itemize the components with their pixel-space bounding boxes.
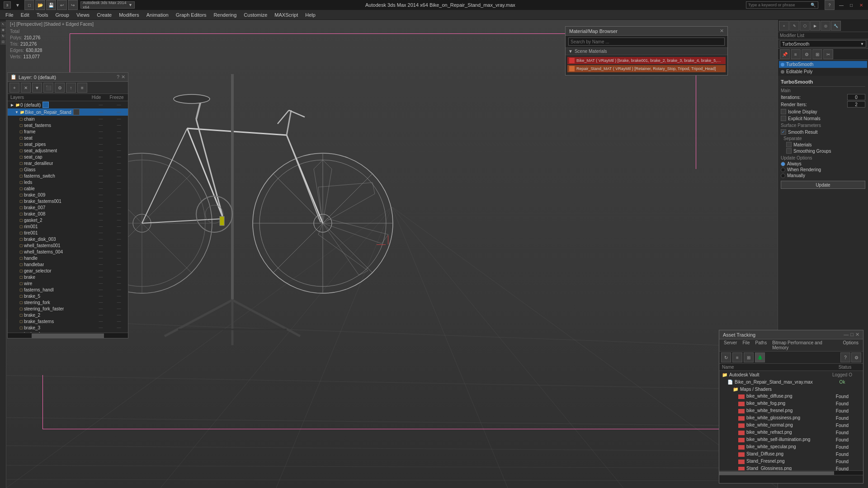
isoline-checkbox[interactable] bbox=[781, 109, 786, 114]
layer-item[interactable]: ▶ 📁 0 (default) — — bbox=[8, 101, 128, 108]
scale-tool[interactable]: ⊡ bbox=[0, 39, 6, 45]
layer-object-item[interactable]: ▢ leds — — bbox=[8, 179, 128, 185]
motion-tab[interactable]: ▶ bbox=[810, 21, 820, 31]
smoothing-groups-checkbox[interactable] bbox=[786, 148, 792, 154]
update-button[interactable]: Update bbox=[781, 181, 865, 189]
help-btn[interactable]: ? bbox=[825, 0, 835, 10]
modifier-item-editable-poly[interactable]: Editable Poly bbox=[779, 68, 867, 75]
layer-object-item[interactable]: ▢ steering_fork_faster — — bbox=[8, 305, 128, 312]
at-scrollbar-h[interactable] bbox=[719, 470, 863, 475]
layer-object-item[interactable]: ▢ Glass — — bbox=[8, 166, 128, 173]
at-tree-view-btn[interactable]: 🌲 bbox=[755, 352, 765, 362]
always-row[interactable]: Always bbox=[781, 161, 865, 166]
at-list-item[interactable]: Stand_Glossiness.png Found bbox=[719, 465, 863, 470]
layer-object-item[interactable]: ▢ brake_008 — — bbox=[8, 211, 128, 217]
layer-object-item[interactable]: ▢ chain — — bbox=[8, 116, 128, 122]
open-btn[interactable]: 📂 bbox=[35, 0, 45, 10]
layer-expand-btn[interactable]: ≡ bbox=[77, 83, 87, 93]
select-objects-btn[interactable]: ⬛ bbox=[43, 83, 53, 93]
iterations-input[interactable] bbox=[847, 94, 865, 100]
layer-object-item[interactable]: ▢ wire — — bbox=[8, 280, 128, 286]
layer-item-selected[interactable]: ▼ 📁 Bike_on_Repair_Stand — — bbox=[8, 108, 128, 116]
at-list-item[interactable]: Stand_Diffuse.png Found bbox=[719, 450, 863, 458]
mat-search-input[interactable] bbox=[568, 38, 725, 46]
at-menu-bitmap[interactable]: Bitmap Performance and Memory bbox=[769, 339, 840, 351]
layer-visibility-toggle[interactable] bbox=[42, 102, 49, 108]
layer-object-item[interactable]: ▢ tire001 — — bbox=[8, 230, 128, 236]
add-to-layer-btn[interactable]: ▼ bbox=[32, 83, 42, 93]
menu-file[interactable]: File bbox=[2, 11, 17, 19]
at-list-item[interactable]: bike_white_fresnel.png Found bbox=[719, 407, 863, 414]
at-refresh-btn[interactable]: ↻ bbox=[721, 352, 731, 362]
redo-btn[interactable]: ↪ bbox=[68, 0, 78, 10]
layer-object-item[interactable]: ▢ brake_009 — — bbox=[8, 192, 128, 198]
always-radio[interactable] bbox=[781, 162, 785, 166]
at-list-item[interactable]: bike_white_specular.png Found bbox=[719, 443, 863, 450]
at-menu-file[interactable]: File bbox=[740, 339, 752, 351]
layer-object-item[interactable]: ▢ steering_fork — — bbox=[8, 299, 128, 305]
at-list-item[interactable]: bike_white_glossiness.png Found bbox=[719, 414, 863, 422]
minimize-btn[interactable]: — bbox=[838, 2, 844, 8]
menu-animation[interactable]: Animation bbox=[143, 11, 172, 19]
at-detail-view-btn[interactable]: ⊞ bbox=[744, 352, 754, 362]
smoothing-groups-row[interactable]: Smoothing Groups bbox=[786, 148, 865, 154]
close-btn[interactable]: ✕ bbox=[858, 2, 864, 8]
mat-item-bike[interactable]: Bike_MAT ( VRayMtl ) [brake, brake001, b… bbox=[567, 57, 726, 64]
modifier-item-turbosmooth[interactable]: TurboSmooth bbox=[779, 61, 867, 68]
at-list-view-btn[interactable]: ≡ bbox=[732, 352, 742, 362]
at-close-btn[interactable]: ✕ bbox=[855, 332, 859, 338]
modifier-btn3[interactable]: ⚙ bbox=[802, 49, 811, 59]
layer-settings-btn[interactable]: ⚙ bbox=[55, 83, 65, 93]
rotate-tool[interactable]: ↻ bbox=[0, 33, 6, 39]
layer-object-item[interactable]: ▢ brake_007 — — bbox=[8, 204, 128, 211]
hierarchy-tab[interactable]: ⬡ bbox=[800, 21, 810, 31]
at-minimize-btn[interactable]: — bbox=[844, 332, 849, 338]
manually-radio[interactable] bbox=[781, 174, 785, 178]
menu-graph-editors[interactable]: Graph Editors bbox=[172, 11, 210, 19]
move-tool[interactable]: ✥ bbox=[0, 28, 6, 33]
mat-section[interactable]: ▼ Scene Materials bbox=[566, 48, 727, 55]
at-list-item[interactable]: bike_white_refract.png Found bbox=[719, 429, 863, 436]
pin-modifier-btn[interactable]: 📌 bbox=[780, 49, 790, 59]
layers-scrollbar[interactable] bbox=[8, 333, 128, 338]
explicit-normals-row[interactable]: Explicit Normals bbox=[781, 116, 865, 121]
at-list-item[interactable]: 📄 Bike_on_Repair_Stand_max_vray.max Ok bbox=[719, 378, 863, 385]
menu-customize[interactable]: Customize bbox=[240, 11, 271, 19]
layer-object-item[interactable]: ▢ fasterns_switch — — bbox=[8, 173, 128, 179]
layer-object-item[interactable]: ▢ seat_pipes — — bbox=[8, 141, 128, 147]
manually-row[interactable]: Manually bbox=[781, 173, 865, 178]
menu-group[interactable]: Group bbox=[52, 11, 73, 19]
modifier-btn5[interactable]: ✂ bbox=[823, 49, 833, 59]
at-menu-options[interactable]: Options bbox=[840, 339, 861, 351]
layer-object-item[interactable]: ▢ brake_fasterns — — bbox=[8, 318, 128, 324]
search-bar[interactable]: 🔍 bbox=[746, 1, 818, 9]
layer-object-item[interactable]: ▢ handle — — bbox=[8, 255, 128, 261]
layer-object-item[interactable]: ▢ brake_4 — — bbox=[8, 331, 128, 333]
layer-object-item[interactable]: ▢ brake_5 — — bbox=[8, 293, 128, 299]
mat-item-stand[interactable]: Repair_Stand_MAT ( VRayMtl ) [Retainer, … bbox=[567, 65, 726, 72]
move-to-layer-btn[interactable]: ↑ bbox=[66, 83, 76, 93]
menu-edit[interactable]: Edit bbox=[17, 11, 33, 19]
layer-object-item[interactable]: ▢ fasterns_handl — — bbox=[8, 286, 128, 293]
at-list-item[interactable]: bike_white_fog.png Found bbox=[719, 400, 863, 407]
isoline-row[interactable]: Isoline Display bbox=[781, 109, 865, 114]
layer-object-item[interactable]: ▢ brake_fasterns001 — — bbox=[8, 198, 128, 204]
menu-modifiers[interactable]: Modifiers bbox=[115, 11, 143, 19]
modifier-dropdown[interactable]: TurboSmooth ▼ bbox=[780, 40, 866, 47]
new-btn[interactable]: □ bbox=[24, 0, 34, 10]
at-list-item[interactable]: 📁 Autodesk Vault Logged O bbox=[719, 371, 863, 378]
mat-close-btn[interactable]: ✕ bbox=[720, 28, 724, 34]
smooth-result-row[interactable]: ✓ Smooth Result bbox=[781, 129, 865, 135]
scroll-thumb[interactable] bbox=[32, 333, 104, 338]
layer-object-item[interactable]: ▢ seat_adjustment — — bbox=[8, 147, 128, 154]
layers-help-btn[interactable]: ? bbox=[117, 74, 119, 80]
modifier-dropdown-row[interactable]: TurboSmooth ▼ bbox=[778, 39, 868, 49]
select-tool[interactable]: ↖ bbox=[0, 22, 6, 27]
menu-tools[interactable]: Tools bbox=[33, 11, 52, 19]
layer-object-item[interactable]: ▢ seat_cap — — bbox=[8, 154, 128, 160]
layer-object-item[interactable]: ▢ rear_derailleur — — bbox=[8, 160, 128, 166]
layer-object-item[interactable]: ▢ cable — — bbox=[8, 185, 128, 192]
at-list-item[interactable]: bike_white_self-illumination.png Found bbox=[719, 436, 863, 443]
new-layer-btn[interactable]: + bbox=[9, 83, 19, 93]
layer-visibility-toggle[interactable] bbox=[73, 109, 80, 115]
